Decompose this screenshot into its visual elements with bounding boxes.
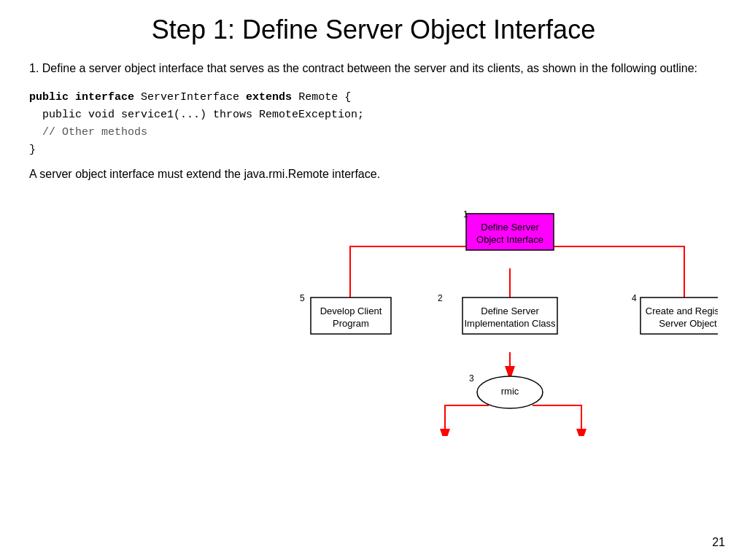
class-name: ServerInterface bbox=[141, 91, 239, 104]
node-create-register-label-2: Server Object bbox=[659, 318, 717, 329]
node-develop-client-label-2: Program bbox=[333, 318, 369, 329]
keyword-public: public bbox=[29, 91, 69, 104]
node-rmic-label: rmic bbox=[501, 386, 519, 397]
diagram-svg: Define Server Object Interface 1 Define … bbox=[29, 188, 718, 436]
node-3-number: 3 bbox=[469, 373, 474, 384]
node-5-number: 5 bbox=[300, 293, 305, 303]
node-4-number: 4 bbox=[632, 293, 637, 303]
parent-class: Remote bbox=[298, 91, 338, 104]
code-line-4: } bbox=[29, 141, 718, 159]
node-define-interface-label-1: Define Server bbox=[481, 222, 539, 233]
diagram-area: Define Server Object Interface 1 Define … bbox=[29, 188, 718, 436]
code-block: public interface ServerInterface extends… bbox=[29, 89, 718, 159]
description: A server object interface must extend th… bbox=[29, 168, 718, 181]
code-line-2: public void service1(...) throws RemoteE… bbox=[29, 106, 718, 124]
code-line-3: // Other methods bbox=[29, 124, 718, 141]
node-develop-client-label-1: Develop Client bbox=[320, 306, 382, 316]
arrow-3-to-stub bbox=[445, 405, 489, 436]
node-define-interface-label-2: Object Interface bbox=[476, 234, 543, 245]
node-1-number: 1 bbox=[463, 209, 468, 219]
page-number: 21 bbox=[712, 536, 725, 549]
keyword-extends: extends bbox=[246, 91, 292, 104]
node-define-impl-label-2: Implementation Class bbox=[465, 318, 556, 329]
throws-keyword: throws bbox=[213, 109, 252, 121]
intro-text: 1. Define a server object interface that… bbox=[29, 60, 718, 77]
code-line-1: public interface ServerInterface extends… bbox=[29, 89, 718, 106]
arrow-3-to-skeleton bbox=[533, 405, 581, 436]
page-title: Step 1: Define Server Object Interface bbox=[29, 15, 718, 45]
node-define-impl-label-1: Define Server bbox=[481, 306, 539, 316]
page: Step 1: Define Server Object Interface 1… bbox=[0, 0, 747, 560]
node-create-register-label-1: Create and Register bbox=[646, 306, 718, 316]
keyword-interface: interface bbox=[75, 91, 134, 104]
node-2-number: 2 bbox=[438, 293, 443, 303]
